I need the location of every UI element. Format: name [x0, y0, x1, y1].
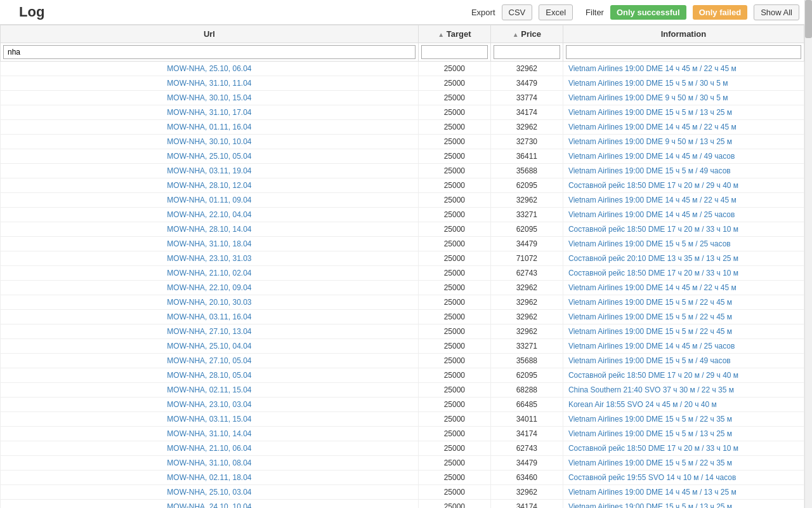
target-cell: 25000	[418, 295, 490, 310]
price-cell: 33271	[490, 208, 563, 222]
export-label: Export	[471, 8, 495, 17]
route-link[interactable]: MOW-NHA, 03.11, 16.04	[167, 312, 251, 321]
info-link[interactable]: Vietnam Airlines 19:00 DME 14 ч 45 м / 2…	[568, 283, 737, 292]
info-link[interactable]: Составной рейс 18:50 DME 17 ч 20 м / 33 …	[568, 444, 738, 453]
info-link[interactable]: Vietnam Airlines 19:00 DME 14 ч 45 м / 1…	[568, 488, 737, 497]
info-link[interactable]: Vietnam Airlines 19:00 DME 14 ч 45 м / 2…	[568, 64, 737, 73]
info-link[interactable]: Vietnam Airlines 19:00 DME 15 ч 5 м / 13…	[568, 108, 732, 117]
url-cell: MOW-NHA, 02.11, 15.04	[1, 383, 419, 398]
only-failed-button[interactable]: Only failed	[693, 5, 747, 20]
info-link[interactable]: Vietnam Airlines 19:00 DME 15 ч 5 м / 49…	[568, 166, 731, 175]
route-link[interactable]: MOW-NHA, 03.11, 15.04	[167, 415, 251, 424]
route-link[interactable]: MOW-NHA, 25.10, 04.04	[167, 342, 251, 351]
info-link[interactable]: Составной рейс 18:50 DME 17 ч 20 м / 33 …	[568, 225, 738, 234]
target-cell: 25000	[418, 281, 490, 295]
info-link[interactable]: Vietnam Airlines 19:00 DME 9 ч 50 м / 30…	[568, 93, 728, 102]
url-cell: MOW-NHA, 20.10, 30.03	[1, 295, 419, 310]
info-link[interactable]: Составной рейс 18:50 DME 17 ч 20 м / 29 …	[568, 371, 738, 380]
info-link[interactable]: Составной рейс 19:55 SVO 14 ч 10 м / 14 …	[568, 473, 737, 482]
info-link[interactable]: Составной рейс 20:10 DME 13 ч 35 м / 13 …	[568, 254, 738, 263]
route-link[interactable]: MOW-NHA, 23.10, 03.04	[167, 400, 251, 409]
url-cell: MOW-NHA, 03.11, 19.04	[1, 164, 419, 178]
info-link[interactable]: Vietnam Airlines 19:00 DME 15 ч 5 м / 22…	[568, 312, 732, 321]
info-link[interactable]: Vietnam Airlines 19:00 DME 14 ч 45 м / 2…	[568, 210, 735, 219]
route-link[interactable]: MOW-NHA, 25.10, 05.04	[167, 152, 251, 161]
route-link[interactable]: MOW-NHA, 02.11, 15.04	[167, 385, 251, 394]
price-column-header[interactable]: ▲ Price	[490, 25, 563, 43]
target-cell: 25000	[418, 222, 490, 237]
price-filter-input[interactable]	[494, 45, 560, 59]
route-link[interactable]: MOW-NHA, 31.10, 17.04	[167, 108, 251, 117]
route-link[interactable]: MOW-NHA, 27.10, 05.04	[167, 356, 251, 365]
url-filter-input[interactable]	[3, 45, 416, 59]
target-filter-input[interactable]	[421, 45, 488, 59]
info-link[interactable]: Vietnam Airlines 19:00 DME 15 ч 5 м / 22…	[568, 327, 732, 336]
price-cell: 32962	[490, 295, 563, 310]
route-link[interactable]: MOW-NHA, 21.10, 02.04	[167, 269, 251, 277]
table-row: MOW-NHA, 28.10, 14.042500062095Составной…	[1, 222, 804, 237]
target-cell: 25000	[418, 135, 490, 149]
route-link[interactable]: MOW-NHA, 31.10, 14.04	[167, 429, 251, 438]
info-filter-input[interactable]	[566, 45, 801, 59]
info-link[interactable]: Vietnam Airlines 19:00 DME 9 ч 50 м / 13…	[568, 137, 732, 146]
target-cell: 25000	[418, 91, 490, 105]
table-row: MOW-NHA, 27.10, 05.042500035688Vietnam A…	[1, 354, 804, 368]
route-link[interactable]: MOW-NHA, 21.10, 06.04	[167, 444, 251, 453]
info-link[interactable]: China Southern 21:40 SVO 37 ч 30 м / 22 …	[568, 385, 734, 394]
info-link[interactable]: Vietnam Airlines 19:00 DME 15 ч 5 м / 49…	[568, 356, 731, 365]
price-cell: 62743	[490, 266, 563, 281]
show-all-button[interactable]: Show All	[754, 4, 799, 20]
only-successful-button[interactable]: Only successful	[610, 5, 686, 20]
route-link[interactable]: MOW-NHA, 01.11, 09.04	[167, 196, 251, 204]
route-link[interactable]: MOW-NHA, 22.10, 04.04	[167, 210, 251, 219]
info-link[interactable]: Vietnam Airlines 19:00 DME 15 ч 5 м / 25…	[568, 239, 731, 248]
scrollbar-thumb[interactable]	[805, 0, 812, 38]
route-link[interactable]: MOW-NHA, 25.10, 03.04	[167, 488, 251, 497]
table-row: MOW-NHA, 22.10, 09.042500032962Vietnam A…	[1, 281, 804, 295]
info-link[interactable]: Vietnam Airlines 19:00 DME 15 ч 5 м / 22…	[568, 458, 732, 467]
url-cell: MOW-NHA, 31.10, 17.04	[1, 105, 419, 120]
route-link[interactable]: MOW-NHA, 28.10, 05.04	[167, 371, 251, 380]
route-link[interactable]: MOW-NHA, 25.10, 06.04	[167, 64, 251, 73]
url-cell: MOW-NHA, 23.10, 03.04	[1, 398, 419, 412]
price-cell: 34479	[490, 237, 563, 251]
route-link[interactable]: MOW-NHA, 31.10, 11.04	[167, 79, 251, 88]
info-cell: Vietnam Airlines 19:00 DME 15 ч 5 м / 22…	[563, 324, 804, 339]
route-link[interactable]: MOW-NHA, 28.10, 14.04	[167, 225, 251, 234]
info-link[interactable]: Vietnam Airlines 19:00 DME 14 ч 45 м / 2…	[568, 196, 737, 204]
route-link[interactable]: MOW-NHA, 28.10, 12.04	[167, 181, 251, 190]
route-link[interactable]: MOW-NHA, 27.10, 13.04	[167, 327, 251, 336]
info-link[interactable]: Vietnam Airlines 19:00 DME 15 ч 5 м / 22…	[568, 415, 732, 424]
info-link[interactable]: Vietnam Airlines 19:00 DME 14 ч 45 м / 2…	[568, 342, 735, 351]
target-column-header[interactable]: ▲ Target	[418, 25, 490, 43]
info-link[interactable]: Korean Air 18:55 SVO 24 ч 45 м / 20 ч 40…	[568, 400, 717, 409]
info-cell: Vietnam Airlines 19:00 DME 14 ч 45 м / 2…	[563, 339, 804, 354]
info-link[interactable]: Vietnam Airlines 19:00 DME 15 ч 5 м / 13…	[568, 502, 732, 508]
route-link[interactable]: MOW-NHA, 20.10, 30.03	[167, 298, 251, 307]
route-link[interactable]: MOW-NHA, 22.10, 09.04	[167, 283, 251, 292]
route-link[interactable]: MOW-NHA, 24.10, 10.04	[167, 502, 251, 508]
info-link[interactable]: Составной рейс 18:50 DME 17 ч 20 м / 33 …	[568, 269, 738, 277]
csv-button[interactable]: CSV	[502, 4, 533, 20]
scrollbar-track[interactable]	[804, 0, 812, 508]
route-link[interactable]: MOW-NHA, 01.11, 16.04	[167, 123, 251, 131]
info-link[interactable]: Vietnam Airlines 19:00 DME 15 ч 5 м / 22…	[568, 298, 732, 307]
route-link[interactable]: MOW-NHA, 31.10, 18.04	[167, 239, 251, 248]
url-cell: MOW-NHA, 28.10, 14.04	[1, 222, 419, 237]
info-link[interactable]: Vietnam Airlines 19:00 DME 14 ч 45 м / 4…	[568, 152, 735, 161]
price-cell: 34011	[490, 412, 563, 427]
info-link[interactable]: Vietnam Airlines 19:00 DME 14 ч 45 м / 2…	[568, 123, 737, 131]
info-link[interactable]: Vietnam Airlines 19:00 DME 15 ч 5 м / 30…	[568, 79, 728, 88]
route-link[interactable]: MOW-NHA, 02.11, 18.04	[167, 473, 251, 482]
price-cell: 66485	[490, 398, 563, 412]
info-link[interactable]: Составной рейс 18:50 DME 17 ч 20 м / 29 …	[568, 181, 738, 190]
excel-button[interactable]: Excel	[539, 4, 573, 20]
route-link[interactable]: MOW-NHA, 30.10, 10.04	[167, 137, 251, 146]
route-link[interactable]: MOW-NHA, 30.10, 15.04	[167, 93, 251, 102]
route-link[interactable]: MOW-NHA, 31.10, 08.04	[167, 458, 251, 467]
table-row: MOW-NHA, 21.10, 06.042500062743Составной…	[1, 441, 804, 456]
route-link[interactable]: MOW-NHA, 03.11, 19.04	[167, 166, 251, 175]
url-column-header[interactable]: Url	[1, 25, 419, 43]
route-link[interactable]: MOW-NHA, 23.10, 31.03	[167, 254, 251, 263]
info-link[interactable]: Vietnam Airlines 19:00 DME 15 ч 5 м / 13…	[568, 429, 732, 438]
